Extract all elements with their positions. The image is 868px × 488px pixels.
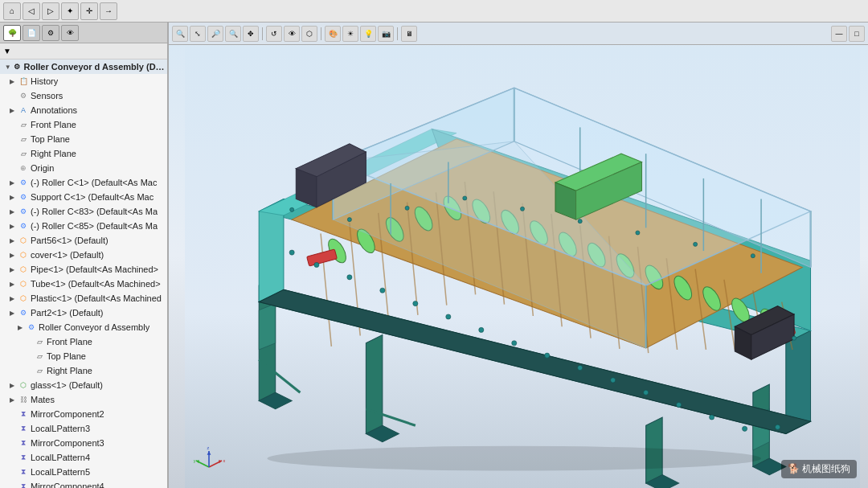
tree-item-pipe1[interactable]: ▶⬡Pipe<1> (Default<As Machined> <box>0 262 167 277</box>
tab-properties[interactable]: 📄 <box>23 25 40 41</box>
tree-expand-arrow[interactable]: ▶ <box>10 223 18 230</box>
tree-item-label: Annotations <box>31 105 77 115</box>
tree-item-label: MirrorComponent4 <box>31 482 104 488</box>
vp-btn-light[interactable]: ☀ <box>342 26 358 42</box>
tree-item-sensors[interactable]: ⚙Sensors <box>0 88 167 103</box>
tree-item-icon: ⬡ <box>18 278 29 289</box>
tree-item-icon: ⚙ <box>18 191 29 203</box>
svg-point-81 <box>446 314 451 319</box>
vp-btn-maximize[interactable]: □ <box>849 26 865 42</box>
tree-item-right-plane2[interactable]: ▱Right Plane <box>0 363 167 378</box>
tree-expand-arrow[interactable]: ▶ <box>10 281 18 288</box>
vp-btn-minimize[interactable]: — <box>831 26 847 42</box>
vp-separator-1 <box>262 27 263 40</box>
tree-item-label: Right Plane <box>47 366 92 375</box>
tree-item-label: (-) Roller C<1> (Default<As Mac <box>31 178 157 187</box>
tab-display[interactable]: 👁 <box>61 25 79 41</box>
tree-expand-arrow[interactable]: ▶ <box>10 194 18 201</box>
tree-item-label: LocalLPattern5 <box>31 467 90 477</box>
tree-expand-arrow[interactable]: ▶ <box>18 324 26 331</box>
conveyor-3d-view <box>185 47 860 488</box>
tree-item-part2-1[interactable]: ▶⚙Part2<1> (Default) <box>0 306 167 320</box>
svg-point-89 <box>710 415 714 420</box>
vp-btn-search[interactable]: 🔍 <box>172 26 188 42</box>
tree-item-tube1[interactable]: ▶⬡Tube<1> (Default<As Machined> <box>0 277 167 291</box>
root-icon: ⚙ <box>12 61 23 72</box>
vp-btn-pan[interactable]: ✥ <box>243 26 259 42</box>
tree-item-roller-c1[interactable]: ▶⚙(-) Roller C<1> (Default<As Mac <box>0 175 167 190</box>
tree-item-roller-c83[interactable]: ▶⚙(-) Roller C<83> (Default<As Ma <box>0 204 167 219</box>
tree-item-icon: ⬡ <box>18 235 29 246</box>
tree-container[interactable]: ▶📋History ⚙Sensors▶AAnnotations ▱Front P… <box>0 74 167 488</box>
svg-point-97 <box>578 219 582 223</box>
tree-item-label: glass<1> (Default) <box>31 380 103 390</box>
tree-expand-arrow[interactable]: ▶ <box>10 295 18 302</box>
vp-btn-material[interactable]: 🎨 <box>325 26 341 42</box>
tree-item-origin[interactable]: ⊕Origin <box>0 161 167 175</box>
tree-item-support-c1[interactable]: ▶⚙Support C<1> (Default<As Mac <box>0 190 167 204</box>
viewport-toolbar: 🔍 ⤡ 🔎 🔍 ✥ ↺ 👁 ⬡ 🎨 ☀ 💡 📷 🖥 — □ <box>169 23 868 45</box>
svg-point-76 <box>289 250 294 255</box>
tree-item-part56[interactable]: ▶⬡Part56<1> (Default) <box>0 233 167 248</box>
tree-item-mirror4[interactable]: ⧗MirrorComponent4 <box>0 479 167 488</box>
tree-expand-arrow[interactable]: ▶ <box>10 179 18 187</box>
tree-root[interactable]: ▼ ⚙ Roller Conveyor d Assembly (Default <box>0 59 167 74</box>
svg-point-88 <box>677 403 682 408</box>
tree-item-local5[interactable]: ⧗LocalLPattern5 <box>0 465 167 479</box>
tree-item-icon: 📋 <box>18 76 29 87</box>
tree-expand-arrow[interactable]: ▶ <box>10 396 18 404</box>
tree-item-right-plane[interactable]: ▱Right Plane <box>0 146 167 161</box>
tree-item-local4[interactable]: ⧗LocalLPattern4 <box>0 450 167 465</box>
vp-btn-scene[interactable]: 💡 <box>360 26 376 42</box>
toolbar-btn-add[interactable]: ✛ <box>80 2 98 20</box>
tree-item-plastic1[interactable]: ▶⬡Plastic<1> (Default<As Machined <box>0 291 167 306</box>
tree-item-history[interactable]: ▶📋History <box>0 74 167 88</box>
tree-item-roller-c85[interactable]: ▶⚙(-) Roller C<85> (Default<As Ma <box>0 219 167 233</box>
tree-item-label: Tube<1> (Default<As Machined> <box>31 279 161 289</box>
tree-item-mates[interactable]: ▶⛓Mates <box>0 392 167 407</box>
tree-item-top-plane2[interactable]: ▱Top Plane <box>0 349 167 363</box>
tab-config[interactable]: ⚙ <box>42 25 59 41</box>
vp-btn-view[interactable]: 👁 <box>284 26 300 42</box>
vp-btn-monitor[interactable]: 🖥 <box>401 26 417 42</box>
vp-btn-rotate[interactable]: ↺ <box>266 26 282 42</box>
svg-marker-111 <box>207 451 211 455</box>
toolbar-btn-options[interactable]: ✦ <box>61 2 79 20</box>
tree-item-glass1[interactable]: ▶⬡glass<1> (Default) <box>0 378 167 392</box>
tree-item-icon: ⧗ <box>18 423 29 434</box>
vp-btn-zoom-in[interactable]: 🔎 <box>207 26 223 42</box>
tree-expand-arrow[interactable]: ▶ <box>10 78 18 85</box>
tree-expand-arrow[interactable]: ▶ <box>10 266 18 273</box>
toolbar-btn-home[interactable]: ⌂ <box>3 2 21 20</box>
tree-item-icon: ⧗ <box>18 452 29 463</box>
tree-item-icon: ⚙ <box>18 307 29 318</box>
svg-marker-3 <box>259 304 275 350</box>
tree-item-cover1[interactable]: ▶⬡cover<1> (Default) <box>0 248 167 262</box>
tree-expand-arrow[interactable]: ▶ <box>10 382 18 389</box>
tree-item-mirror2[interactable]: ⧗MirrorComponent2 <box>0 407 167 421</box>
tree-item-front-plane2[interactable]: ▱Front Plane <box>0 334 167 349</box>
tree-item-top-plane[interactable]: ▱Top Plane <box>0 132 167 146</box>
tree-item-roller-sub[interactable]: ▶⚙Roller Conveyor d Assembly <box>0 320 167 334</box>
vp-btn-fit[interactable]: ⤡ <box>190 26 206 42</box>
toolbar-btn-back[interactable]: ◁ <box>23 2 40 20</box>
vp-btn-camera[interactable]: 📷 <box>378 26 394 42</box>
tree-item-annotations[interactable]: ▶AAnnotations <box>0 103 167 117</box>
tree-item-mirror3[interactable]: ⧗MirrorComponent3 <box>0 436 167 450</box>
tree-expand-arrow[interactable]: ▶ <box>10 310 18 317</box>
toolbar-btn-arrow[interactable]: → <box>100 2 117 20</box>
tree-item-icon: ▱ <box>18 119 29 130</box>
vp-btn-zoom-out[interactable]: 🔍 <box>225 26 241 42</box>
tree-item-label: Front Plane <box>47 337 92 347</box>
toolbar-btn-forward[interactable]: ▷ <box>42 2 59 20</box>
tree-expand-arrow[interactable]: ▶ <box>10 208 18 215</box>
vp-btn-display[interactable]: ⬡ <box>301 26 317 42</box>
tree-item-label: (-) Roller C<83> (Default<As Ma <box>31 207 158 216</box>
tree-expand-arrow[interactable]: ▶ <box>10 237 18 244</box>
tree-item-local3[interactable]: ⧗LocalLPattern3 <box>0 421 167 436</box>
tree-item-front-plane[interactable]: ▱Front Plane <box>0 117 167 132</box>
tree-expand-arrow[interactable]: ▶ <box>10 107 18 114</box>
tree-item-icon: ▱ <box>18 133 29 145</box>
tab-feature-tree[interactable]: 🌳 <box>3 25 21 41</box>
tree-expand-arrow[interactable]: ▶ <box>10 252 18 259</box>
